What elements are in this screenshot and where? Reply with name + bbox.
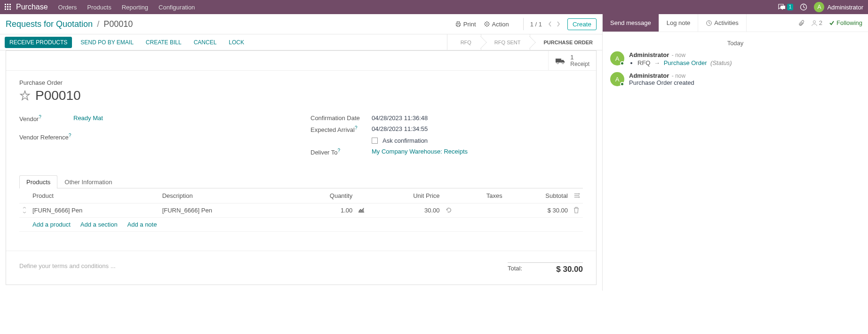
- app-name[interactable]: Purchase: [16, 3, 48, 11]
- nav-configuration[interactable]: Configuration: [159, 4, 195, 11]
- vendor-ref-label: Vendor Reference?: [19, 133, 73, 141]
- messaging-icon[interactable]: 1: [778, 4, 794, 10]
- table-row[interactable]: [FURN_6666] Pen [FURN_6666] Pen 1.00 30.…: [19, 203, 583, 217]
- help-icon[interactable]: ?: [39, 114, 41, 120]
- stat-receipt-count: 1: [570, 54, 589, 61]
- log-note-button[interactable]: Log note: [659, 14, 699, 32]
- send-message-button[interactable]: Send message: [603, 14, 659, 32]
- stat-receipt-label: Receipt: [570, 61, 589, 67]
- print-button[interactable]: Print: [455, 21, 476, 28]
- terms-field[interactable]: Define your terms and conditions ...: [19, 262, 489, 269]
- activities-button[interactable]: Activities: [698, 14, 746, 32]
- lock-button[interactable]: LOCK: [229, 39, 244, 46]
- breadcrumb-parent[interactable]: Requests for Quotation: [6, 19, 93, 29]
- help-icon[interactable]: ?: [355, 125, 358, 130]
- following-button[interactable]: Following: [829, 19, 862, 26]
- cell-description[interactable]: [FURN_6666] Pen: [159, 203, 289, 217]
- control-panel: Requests for Quotation / P00010 Print Ac…: [0, 14, 602, 34]
- attachment-icon[interactable]: [798, 19, 804, 27]
- message: A Administrator - now Purchase Order cre…: [610, 72, 860, 86]
- col-product: Product: [30, 188, 159, 204]
- forecast-icon[interactable]: [355, 203, 367, 217]
- col-taxes: Taxes: [455, 188, 505, 204]
- arrow-icon: →: [654, 59, 660, 66]
- msg-author[interactable]: Administrator: [629, 51, 669, 58]
- svg-rect-2: [457, 22, 459, 24]
- cell-taxes[interactable]: [455, 203, 505, 217]
- help-icon[interactable]: ?: [69, 133, 72, 138]
- msg-badge: 1: [787, 4, 794, 10]
- confirm-date-label: Confirmation Date: [311, 114, 372, 122]
- doc-type-label: Purchase Order: [19, 79, 583, 86]
- msg-time: - now: [672, 52, 685, 58]
- svg-point-5: [486, 24, 487, 25]
- tab-other[interactable]: Other Information: [57, 175, 119, 188]
- followers-count[interactable]: 2: [811, 19, 822, 26]
- statusbar: RECEIVE PRODUCTS SEND PO BY EMAIL CREATE…: [0, 34, 602, 50]
- status-steps: RFQ RFQ SENT PURCHASE ORDER: [447, 34, 602, 50]
- activities-icon[interactable]: [800, 3, 807, 11]
- stat-receipt[interactable]: 1 Receipt: [548, 51, 596, 70]
- pager-prev-icon[interactable]: [546, 21, 554, 27]
- cell-subtotal: $ 30.00: [505, 203, 571, 217]
- add-note-link[interactable]: Add a note: [127, 221, 157, 228]
- chatter: Send message Log note Activities 2 Follo…: [602, 14, 868, 291]
- drag-handle-icon[interactable]: [19, 203, 30, 217]
- ask-confirm-checkbox[interactable]: [372, 138, 378, 144]
- order-lines-table: Product Description Quantity Unit Price …: [19, 188, 583, 232]
- breadcrumb: Requests for Quotation / P00010: [6, 19, 133, 29]
- breadcrumb-current: P00010: [104, 19, 133, 29]
- chatter-today: Today: [610, 40, 860, 47]
- col-unit-price: Unit Price: [367, 188, 442, 204]
- step-purchase-order[interactable]: PURCHASE ORDER: [530, 34, 602, 50]
- price-history-icon[interactable]: [443, 203, 455, 217]
- favorite-star-icon[interactable]: [19, 90, 31, 101]
- expected-label: Expected Arrival?: [311, 125, 372, 133]
- help-icon[interactable]: ?: [338, 148, 341, 153]
- create-bill-button[interactable]: CREATE BILL: [146, 39, 182, 46]
- vendor-field[interactable]: Ready Mat: [73, 114, 292, 122]
- tabs: Products Other Information: [19, 175, 583, 188]
- cell-product[interactable]: [FURN_6666] Pen: [30, 203, 159, 217]
- add-product-link[interactable]: Add a product: [32, 221, 71, 228]
- navbar: Purchase Orders Products Reporting Confi…: [0, 0, 868, 14]
- svg-point-8: [562, 62, 564, 64]
- avatar[interactable]: A: [610, 51, 624, 65]
- deliver-field[interactable]: My Company Warehouse: Receipts: [372, 148, 583, 155]
- cell-qty[interactable]: 1.00: [289, 203, 355, 217]
- tab-products[interactable]: Products: [19, 175, 57, 188]
- action-button[interactable]: Action: [484, 21, 509, 28]
- total-label: Total:: [508, 265, 522, 274]
- msg-author[interactable]: Administrator: [629, 72, 669, 79]
- msg-time: - now: [672, 73, 685, 79]
- send-po-button[interactable]: SEND PO BY EMAIL: [80, 39, 133, 46]
- receive-products-button[interactable]: RECEIVE PRODUCTS: [5, 37, 72, 48]
- svg-rect-3: [457, 25, 459, 27]
- columns-options-icon[interactable]: [571, 188, 583, 204]
- add-section-link[interactable]: Add a section: [80, 221, 118, 228]
- cell-price[interactable]: 30.00: [367, 203, 442, 217]
- vendor-label: Vendor?: [19, 114, 73, 122]
- step-rfq-sent[interactable]: RFQ SENT: [481, 34, 530, 50]
- avatar[interactable]: A: [814, 2, 824, 12]
- col-quantity: Quantity: [289, 188, 355, 204]
- pager[interactable]: 1 / 1: [530, 21, 542, 28]
- delete-row-icon[interactable]: [571, 203, 583, 217]
- nav-products[interactable]: Products: [87, 4, 111, 11]
- form-sheet: 1 Receipt Purchase Order P00010: [6, 50, 597, 285]
- record-title: P00010: [35, 88, 81, 103]
- nav-reporting[interactable]: Reporting: [122, 4, 148, 11]
- cancel-button[interactable]: CANCEL: [194, 39, 217, 46]
- avatar[interactable]: A: [610, 72, 624, 86]
- svg-rect-6: [556, 58, 561, 62]
- username[interactable]: Administrator: [827, 4, 863, 11]
- expected-field[interactable]: 04/28/2023 11:34:55: [372, 125, 583, 132]
- confirm-date-field: 04/28/2023 11:36:48: [372, 114, 583, 122]
- pager-next-icon[interactable]: [554, 21, 563, 27]
- create-button[interactable]: Create: [567, 18, 597, 30]
- step-rfq[interactable]: RFQ: [447, 34, 481, 50]
- svg-point-10: [813, 20, 815, 23]
- msg-body: Purchase Order created: [629, 79, 860, 86]
- nav-orders[interactable]: Orders: [58, 4, 77, 11]
- apps-icon[interactable]: [5, 4, 11, 10]
